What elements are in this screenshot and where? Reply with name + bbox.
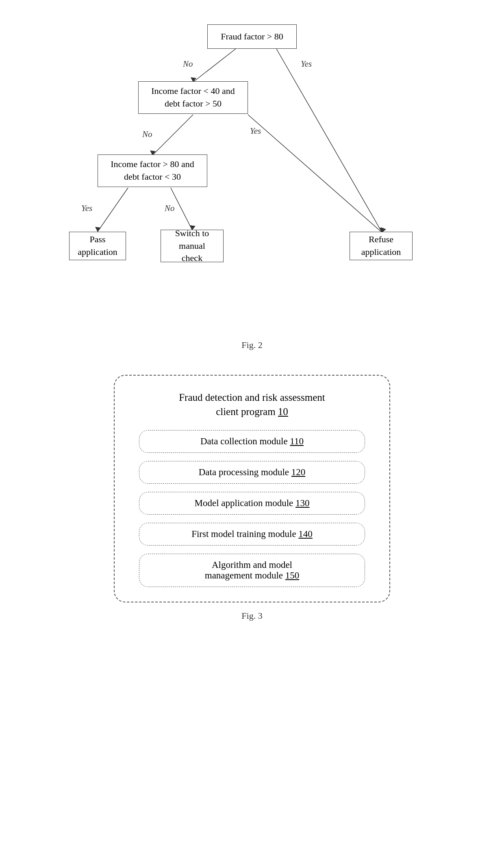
- manual-label: Switch to manual check: [167, 227, 217, 265]
- fraud-factor-label: Fraud factor > 80: [221, 30, 283, 43]
- figure2: Fraud factor > 80 No Yes Income factor <…: [57, 16, 447, 350]
- diagram-area: Fraud factor > 80 No Yes Income factor <…: [57, 16, 447, 333]
- outer-title: Fraud detection and risk assessmentclien…: [179, 390, 325, 419]
- module-140-label: First model training module 140: [191, 529, 313, 539]
- manual-box: Switch to manual check: [161, 230, 224, 262]
- income80-label: Income factor > 80 and debt factor < 30: [111, 158, 194, 183]
- module-150-box: Algorithm and modelmanagement module 150: [139, 554, 365, 587]
- module-110-box: Data collection module 110: [139, 430, 365, 453]
- svg-line-4: [152, 115, 193, 155]
- income80-box: Income factor > 80 and debt factor < 30: [98, 154, 207, 187]
- module-110-label: Data collection module 110: [200, 436, 304, 446]
- fig2-caption: Fig. 2: [241, 340, 262, 350]
- module-150-label: Algorithm and modelmanagement module 150: [205, 560, 300, 580]
- outer-module-box: Fraud detection and risk assessmentclien…: [114, 375, 390, 602]
- fig3-caption: Fig. 3: [241, 611, 262, 621]
- income40-yes-label: Yes: [250, 126, 261, 136]
- module-130-box: Model application module 130: [139, 492, 365, 515]
- income80-no-label: No: [165, 203, 175, 213]
- income40-box: Income factor < 40 and debt factor > 50: [138, 81, 248, 114]
- figure3: Fraud detection and risk assessmentclien…: [57, 375, 447, 621]
- module-120-label: Data processing module 120: [199, 467, 306, 477]
- module-130-label: Model application module 130: [195, 498, 310, 508]
- svg-line-2: [276, 49, 382, 233]
- fraud-yes-label: Yes: [301, 59, 312, 69]
- income40-no-label: No: [142, 129, 152, 139]
- refuse-box: Refuse application: [350, 232, 413, 260]
- fraud-no-label: No: [183, 59, 193, 69]
- income40-label: Income factor < 40 and debt factor > 50: [151, 85, 235, 110]
- pass-box: Pass application: [69, 232, 126, 260]
- pass-label: Pass application: [78, 233, 117, 259]
- refuse-label: Refuse application: [361, 233, 401, 259]
- module-140-box: First model training module 140: [139, 523, 365, 546]
- svg-line-8: [98, 188, 128, 232]
- fraud-factor-box: Fraud factor > 80: [207, 24, 297, 49]
- svg-line-6: [248, 115, 382, 233]
- svg-marker-9: [95, 227, 101, 232]
- svg-line-0: [193, 49, 236, 82]
- module-120-box: Data processing module 120: [139, 461, 365, 484]
- outer-title-text: Fraud detection and risk assessmentclien…: [179, 392, 325, 417]
- income80-yes-label: Yes: [81, 203, 92, 213]
